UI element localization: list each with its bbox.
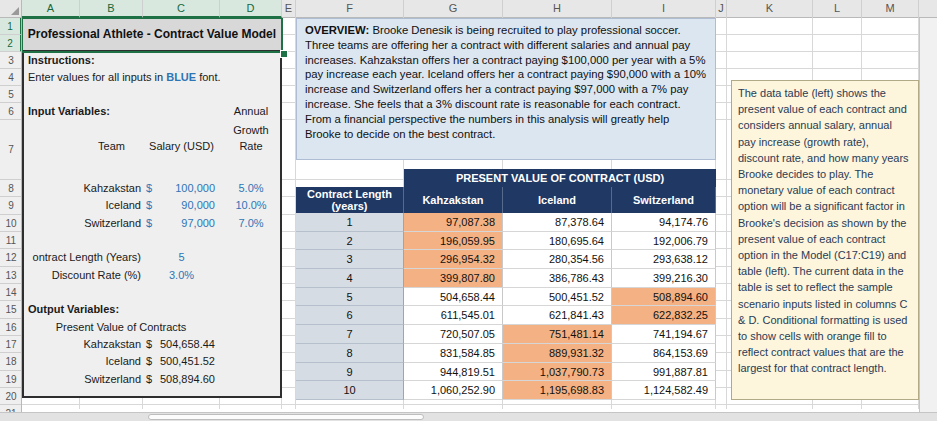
- pv-year-cell[interactable]: 2: [296, 232, 404, 251]
- pv-col-header-kahzakstan: Kahzakstan: [404, 187, 503, 213]
- pv-year-cell[interactable]: 8: [296, 344, 404, 363]
- pv-value-cell[interactable]: 991,887.81: [612, 363, 716, 382]
- pv-value-cell[interactable]: 196,059.95: [404, 232, 503, 251]
- row-header-6[interactable]: 6: [0, 103, 22, 120]
- row-header-14[interactable]: 14: [0, 284, 22, 301]
- column-header-H[interactable]: H: [503, 0, 612, 18]
- pv-year-cell[interactable]: 7: [296, 325, 404, 344]
- column-header-G[interactable]: G: [404, 0, 503, 18]
- pv-value-cell[interactable]: 97,087.38: [404, 213, 503, 232]
- output-header-row: Present Value of Contracts: [22, 319, 282, 336]
- salary-value-cell[interactable]: 100,000: [152, 180, 215, 197]
- pv-value-cell[interactable]: 399,216.30: [612, 269, 716, 288]
- discount-rate-value-cell[interactable]: 3.0%: [143, 267, 220, 284]
- row-header-7[interactable]: 7: [0, 120, 22, 180]
- row-header-12[interactable]: 12: [0, 249, 22, 267]
- input-row-iceland: Iceland $ 90,000 10.0%: [22, 197, 282, 214]
- pv-value-cell[interactable]: 280,354.56: [503, 250, 612, 269]
- horizontal-scrollbar-thumb[interactable]: [148, 414, 424, 420]
- row-header-17[interactable]: 17: [0, 336, 22, 353]
- pv-value-cell[interactable]: 504,658.44: [404, 288, 503, 307]
- pv-table-row-8: 8831,584.85889,931.32864,153.69: [296, 344, 716, 363]
- pv-value-cell[interactable]: 94,174.76: [612, 213, 716, 232]
- pv-value-cell[interactable]: 864,153.69: [612, 344, 716, 363]
- growth-value-cell[interactable]: 7.0%: [220, 215, 282, 232]
- output-variables-label: Output Variables:: [28, 301, 119, 318]
- row-header-4[interactable]: 4: [0, 69, 22, 86]
- pv-value-cell[interactable]: 293,638.12: [612, 250, 716, 269]
- pv-value-cell[interactable]: 831,584.85: [404, 344, 503, 363]
- row-header-18[interactable]: 18: [0, 353, 22, 371]
- column-header-L[interactable]: L: [813, 0, 862, 18]
- row-header-1[interactable]: 1: [0, 18, 22, 35]
- pv-year-cell[interactable]: 1: [296, 213, 404, 232]
- pv-value-cell[interactable]: 1,037,790.73: [503, 363, 612, 382]
- row-header-11[interactable]: 11: [0, 232, 22, 249]
- pv-value-cell[interactable]: 1,060,252.90: [404, 381, 503, 400]
- column-header-F[interactable]: F: [296, 0, 404, 18]
- pv-value-cell[interactable]: 386,786.43: [503, 269, 612, 288]
- pv-year-cell[interactable]: 4: [296, 269, 404, 288]
- output-value-cell[interactable]: 504,658.44: [152, 336, 215, 353]
- pv-table-row-3: 3296,954.32280,354.56293,638.12: [296, 250, 716, 269]
- overview-box[interactable]: OVERVIEW: Brooke Denesik is being recrui…: [296, 18, 716, 160]
- column-header-D[interactable]: D: [220, 0, 282, 18]
- pv-value-cell[interactable]: 944,819.51: [404, 363, 503, 382]
- column-header-M[interactable]: M: [862, 0, 919, 18]
- salary-value-cell[interactable]: 90,000: [152, 197, 215, 214]
- select-all-corner[interactable]: [0, 0, 22, 18]
- row-header-8[interactable]: 8: [0, 180, 22, 197]
- pv-value-cell[interactable]: 611,545.01: [404, 306, 503, 325]
- row-header-5[interactable]: 5: [0, 86, 22, 103]
- row-header-16[interactable]: 16: [0, 319, 22, 336]
- salary-value-cell[interactable]: 97,000: [152, 215, 215, 232]
- pv-value-cell[interactable]: 87,378.64: [503, 213, 612, 232]
- growth-value-cell[interactable]: 5.0%: [220, 180, 282, 197]
- output-value-cell[interactable]: 500,451.52: [152, 353, 215, 370]
- row-header-2[interactable]: 2: [0, 35, 22, 52]
- column-header-J[interactable]: J: [716, 0, 727, 18]
- pv-value-cell[interactable]: 180,695.64: [503, 232, 612, 251]
- growth-value-cell[interactable]: 10.0%: [220, 197, 282, 214]
- note-box[interactable]: The data table (left) shows the present …: [731, 80, 919, 400]
- column-header-A[interactable]: A: [22, 0, 80, 18]
- pv-value-cell[interactable]: 741,194.67: [612, 325, 716, 344]
- row-header-10[interactable]: 10: [0, 215, 22, 232]
- column-header-E[interactable]: E: [282, 0, 296, 18]
- pv-value-cell[interactable]: 720,507.05: [404, 325, 503, 344]
- row-header-3[interactable]: 3: [0, 52, 22, 69]
- pv-value-cell[interactable]: 192,006.79: [612, 232, 716, 251]
- pv-value-cell[interactable]: 500,451.52: [503, 288, 612, 307]
- pv-value-cell[interactable]: 751,481.14: [503, 325, 612, 344]
- pv-value-cell[interactable]: 889,931.32: [503, 344, 612, 363]
- row-header-13[interactable]: 13: [0, 267, 22, 284]
- pv-year-cell[interactable]: 9: [296, 363, 404, 382]
- output-value-cell[interactable]: 508,894.60: [152, 371, 215, 388]
- row-header-21[interactable]: 21: [0, 405, 22, 412]
- pv-value-cell[interactable]: 399,807.80: [404, 269, 503, 288]
- pv-year-cell[interactable]: 10: [296, 381, 404, 400]
- model-title-cell[interactable]: Professional Athlete - Contract Value Mo…: [22, 18, 282, 52]
- pv-value-cell[interactable]: 621,841.43: [503, 306, 612, 325]
- column-header-C[interactable]: C: [143, 0, 220, 18]
- row-header-20[interactable]: 20: [0, 388, 22, 405]
- row-header-19[interactable]: 19: [0, 371, 22, 388]
- pv-year-cell[interactable]: 3: [296, 250, 404, 269]
- pv-value-cell[interactable]: 508,894.60: [612, 288, 716, 307]
- pv-year-cell[interactable]: 6: [296, 306, 404, 325]
- pv-value-cell[interactable]: 296,954.32: [404, 250, 503, 269]
- row-header-15[interactable]: 15: [0, 301, 22, 319]
- column-header-K[interactable]: K: [727, 0, 813, 18]
- contract-length-value-cell[interactable]: 5: [143, 249, 220, 266]
- horizontal-scrollbar[interactable]: [0, 412, 937, 421]
- output-row-iceland: Iceland $ 500,451.52: [22, 353, 282, 370]
- column-header-I[interactable]: I: [612, 0, 716, 18]
- column-header-B[interactable]: B: [80, 0, 143, 18]
- row-header-9[interactable]: 9: [0, 197, 22, 215]
- pv-value-cell[interactable]: 622,832.25: [612, 306, 716, 325]
- pv-year-cell[interactable]: 5: [296, 288, 404, 307]
- pv-value-cell[interactable]: 1,124,582.49: [612, 381, 716, 400]
- pv-value-cell[interactable]: 1,195,698.83: [503, 381, 612, 400]
- vertical-scrollbar[interactable]: [919, 18, 937, 412]
- fill-handle[interactable]: [280, 50, 288, 58]
